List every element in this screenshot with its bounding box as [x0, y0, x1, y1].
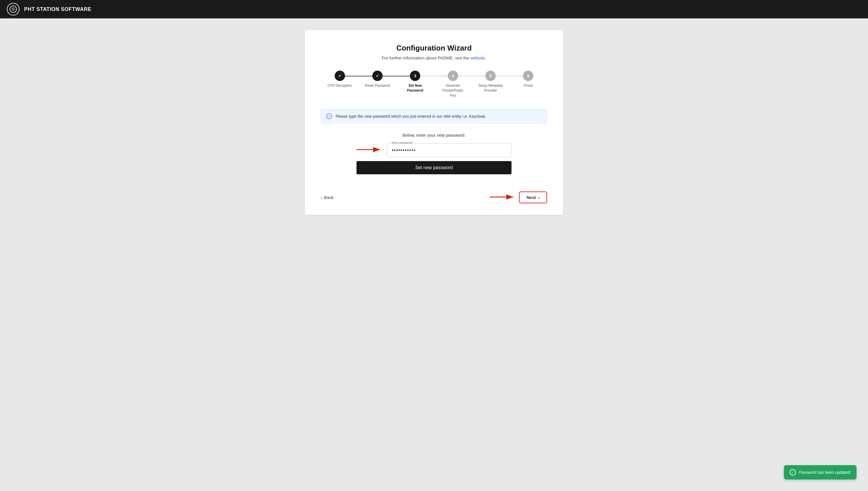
step-label-5: Setup Metadata Provider [478, 83, 504, 93]
svg-line-6 [11, 7, 12, 8]
set-password-button[interactable]: Set new password [357, 161, 511, 174]
form-description: Below, enter your new password. [402, 133, 466, 138]
next-button-arrow [490, 192, 515, 203]
step-1: ✓ OTP Decryption [321, 70, 359, 88]
new-password-input[interactable] [387, 143, 511, 157]
step-circle-2: ✓ [372, 70, 383, 81]
back-button[interactable]: ‹ Back [321, 195, 333, 200]
toast-message: Password has been updated! [799, 470, 851, 474]
password-input-arrow [357, 145, 382, 155]
step-circle-3: 3 [410, 70, 420, 81]
step-circle-6: 6 [523, 70, 533, 81]
step-5: 5 Setup Metadata Provider [472, 70, 509, 93]
info-icon: i [326, 113, 332, 119]
svg-line-7 [15, 11, 16, 12]
step-label-2: Reset Password [365, 83, 390, 88]
wizard-card: Configuration Wizard For further Informa… [305, 30, 563, 215]
step-3: 3 Set New Password [396, 70, 434, 93]
toast-notification: ✓ Password has been updated! [784, 465, 857, 480]
step-label-6: Finish [523, 83, 533, 88]
step-circle-1: ✓ [335, 70, 345, 81]
toast-check-icon: ✓ [790, 469, 796, 475]
back-chevron-icon: ‹ [321, 195, 322, 200]
svg-point-1 [12, 8, 14, 10]
app-title: PHT STATION SOFTWARE [24, 6, 91, 12]
svg-line-9 [11, 11, 12, 12]
app-header: PHT STATION SOFTWARE [0, 0, 868, 18]
password-field-wrapper: New password [387, 143, 511, 157]
website-link[interactable]: website. [471, 55, 486, 60]
wizard-title: Configuration Wizard [321, 44, 547, 53]
form-section: Below, enter your new password. New pass [321, 133, 547, 174]
svg-line-8 [15, 7, 16, 8]
back-label: Back [324, 195, 333, 200]
info-text: Please type the new password which you j… [335, 114, 486, 119]
info-box: i Please type the new password which you… [321, 109, 547, 123]
app-logo [7, 3, 20, 16]
next-label: Next [527, 195, 536, 200]
next-chevron-icon: › [538, 195, 540, 200]
wizard-header: Configuration Wizard For further Informa… [321, 44, 547, 60]
page-content: Configuration Wizard For further Informa… [0, 18, 868, 226]
next-area: Next › [490, 192, 547, 203]
step-label-3: Set New Password [402, 83, 428, 93]
next-button[interactable]: Next › [519, 192, 547, 203]
wizard-subtitle: For further Informaiton about PADME, see… [321, 55, 547, 60]
step-6: 6 Finish [509, 70, 547, 88]
step-4: 4 Generate Private/Public Key [434, 70, 472, 97]
navigation-section: ‹ Back Next › [321, 186, 547, 203]
step-circle-5: 5 [485, 70, 496, 81]
step-2: ✓ Reset Password [359, 70, 396, 88]
steps-container: ✓ OTP Decryption ✓ Reset Password 3 Set … [321, 70, 547, 97]
password-label: New password [390, 141, 413, 144]
step-circle-4: 4 [448, 70, 458, 81]
step-label-4: Generate Private/Public Key [440, 83, 466, 97]
step-label-1: OTP Decryption [328, 83, 352, 88]
